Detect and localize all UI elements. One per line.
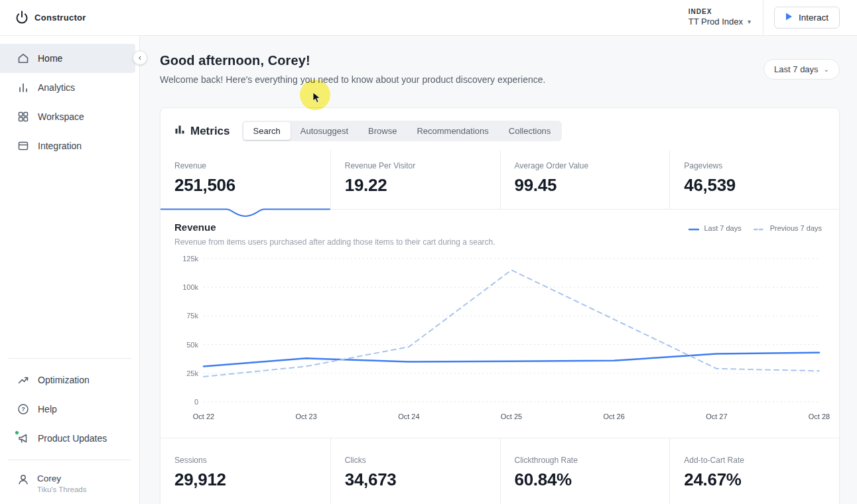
tile-label: Average Order Value	[515, 161, 656, 170]
tile-value: 251,506	[174, 175, 316, 196]
sidebar-item-help[interactable]: ? Help	[0, 395, 139, 424]
constructor-logo-icon	[15, 9, 29, 27]
sidebar-item-optimization[interactable]: Optimization	[0, 365, 139, 395]
dashed-line-swatch-icon	[754, 224, 765, 232]
sidebar-item-workspace[interactable]: Workspace	[0, 102, 139, 131]
tile-value: 99.45	[515, 175, 656, 196]
tab-browse[interactable]: Browse	[358, 122, 407, 140]
tile-label: Revenue Per Visitor	[345, 161, 486, 170]
index-selector[interactable]: INDEX TT Prod Index ▾	[689, 8, 751, 27]
chart-svg	[204, 259, 819, 402]
solid-line-swatch-icon	[689, 224, 699, 232]
sidebar-item-label: Analytics	[38, 82, 75, 93]
play-icon	[785, 13, 793, 23]
topbar-divider	[763, 0, 763, 36]
page-subtitle: Welcome back! Here's everything you need…	[160, 74, 840, 85]
interact-button[interactable]: Interact	[774, 7, 840, 29]
workspace-icon	[17, 111, 29, 123]
metric-tiles-row: Revenue 251,506 Revenue Per Visitor 19.2…	[161, 151, 839, 210]
topbar: Constructor INDEX TT Prod Index ▾ Intera…	[0, 0, 857, 36]
x-tick-label: Oct 22	[193, 412, 214, 420]
x-tick-label: Oct 24	[398, 412, 419, 420]
selected-tile-indicator	[161, 208, 330, 218]
chart-title: Revenue	[174, 221, 495, 233]
index-label: INDEX	[689, 8, 751, 17]
tile-value: 24.67%	[684, 470, 825, 490]
sidebar-divider	[8, 460, 131, 460]
chart-legend: Last 7 days Previous 7 days	[689, 224, 822, 232]
tab-search[interactable]: Search	[243, 122, 291, 140]
sidebar-item-label: Home	[38, 53, 62, 64]
metric-tile-pageviews[interactable]: Pageviews 46,539	[669, 151, 839, 209]
y-tick-label: 25k	[186, 369, 198, 377]
sidebar-item-product-updates[interactable]: Product Updates	[0, 424, 139, 453]
sidebar-item-label: Integration	[38, 141, 82, 151]
y-tick-label: 50k	[186, 341, 198, 349]
optimization-icon	[17, 374, 29, 386]
y-axis-labels: 025k50k75k100k125k	[174, 259, 198, 402]
sidebar-item-home[interactable]: Home	[0, 44, 135, 73]
sidebar-item-integration[interactable]: Integration	[0, 131, 139, 160]
mouse-cursor-icon	[312, 92, 322, 106]
tile-label: Clickthrough Rate	[515, 456, 656, 465]
metrics-title: Metrics	[174, 124, 230, 138]
main-content: Good afternoon, Corey! Welcome back! Her…	[141, 36, 857, 504]
tile-label: Clicks	[345, 456, 486, 465]
tab-autosuggest[interactable]: Autosuggest	[291, 122, 358, 140]
y-tick-label: 0	[194, 398, 198, 406]
metric-tile-add-to-cart-rate[interactable]: Add-to-Cart Rate 24.67%	[669, 438, 839, 504]
legend-last-7-days[interactable]: Last 7 days	[689, 224, 741, 232]
secondary-metric-tiles-row: Sessions 29,912 Clicks 34,673 Clickthrou…	[161, 438, 839, 504]
metric-tile-clicks[interactable]: Clicks 34,673	[330, 438, 500, 504]
legend-previous-7-days[interactable]: Previous 7 days	[754, 224, 822, 232]
y-tick-label: 75k	[186, 312, 198, 320]
sidebar-item-label: Optimization	[38, 375, 90, 385]
x-tick-label: Oct 23	[295, 412, 316, 420]
sidebar-item-label: Product Updates	[38, 433, 107, 444]
page-title: Good afternoon, Corey!	[160, 53, 840, 68]
tile-value: 19.22	[345, 175, 486, 196]
user-name: Corey	[37, 473, 86, 483]
tab-collections[interactable]: Collections	[499, 122, 561, 140]
brand-name: Constructor	[34, 13, 86, 23]
chart-header: Revenue Revenue from items users purchas…	[174, 221, 822, 247]
sidebar-item-label: Help	[38, 404, 57, 414]
metrics-card: Metrics Search Autosuggest Browse Recomm…	[160, 107, 840, 504]
tile-value: 29,912	[174, 470, 316, 490]
product-updates-icon	[17, 432, 29, 444]
metric-tile-sessions[interactable]: Sessions 29,912	[161, 438, 330, 504]
user-icon	[17, 473, 29, 485]
metric-tile-clickthrough-rate[interactable]: Clickthrough Rate 60.84%	[500, 438, 670, 504]
caret-down-icon: ▾	[748, 18, 751, 27]
metric-tile-average-order-value[interactable]: Average Order Value 99.45	[500, 151, 670, 209]
index-value: TT Prod Index	[689, 17, 743, 27]
sidebar-item-label: Workspace	[38, 111, 84, 122]
chart-plot-area	[204, 259, 819, 402]
sidebar-collapse-button[interactable]: ‹	[133, 50, 147, 65]
analytics-icon	[17, 82, 29, 94]
tile-value: 34,673	[345, 470, 486, 490]
user-menu[interactable]: Corey Tiku's Threads	[0, 467, 139, 504]
home-icon	[17, 52, 29, 64]
y-tick-label: 125k	[182, 255, 198, 263]
metrics-tab-group: Search Autosuggest Browse Recommendation…	[242, 121, 562, 141]
help-icon: ?	[17, 403, 29, 415]
revenue-chart: 025k50k75k100k125k Oct 22Oct 23Oct 24Oct…	[174, 259, 819, 423]
sidebar: Home Analytics Workspace Integration	[0, 36, 140, 504]
x-tick-label: Oct 26	[603, 412, 624, 420]
green-dot-badge	[15, 430, 19, 435]
x-axis-labels: Oct 22Oct 23Oct 24Oct 25Oct 26Oct 27Oct …	[204, 402, 819, 423]
brand: Constructor	[0, 9, 86, 27]
metric-tile-revenue[interactable]: Revenue 251,506	[161, 151, 330, 209]
metrics-card-header: Metrics Search Autosuggest Browse Recomm…	[161, 108, 839, 151]
x-tick-label: Oct 28	[809, 412, 830, 420]
tab-recommendations[interactable]: Recommendations	[407, 122, 498, 140]
x-tick-label: Oct 25	[501, 412, 522, 420]
x-tick-label: Oct 27	[706, 412, 727, 420]
sidebar-item-analytics[interactable]: Analytics	[0, 73, 139, 102]
metric-tile-revenue-per-visitor[interactable]: Revenue Per Visitor 19.22	[330, 151, 500, 209]
date-range-selector[interactable]: Last 7 days ⌄	[763, 59, 840, 80]
integration-icon	[17, 140, 29, 152]
sidebar-divider	[8, 358, 131, 359]
chevron-down-icon: ⌄	[824, 66, 829, 73]
